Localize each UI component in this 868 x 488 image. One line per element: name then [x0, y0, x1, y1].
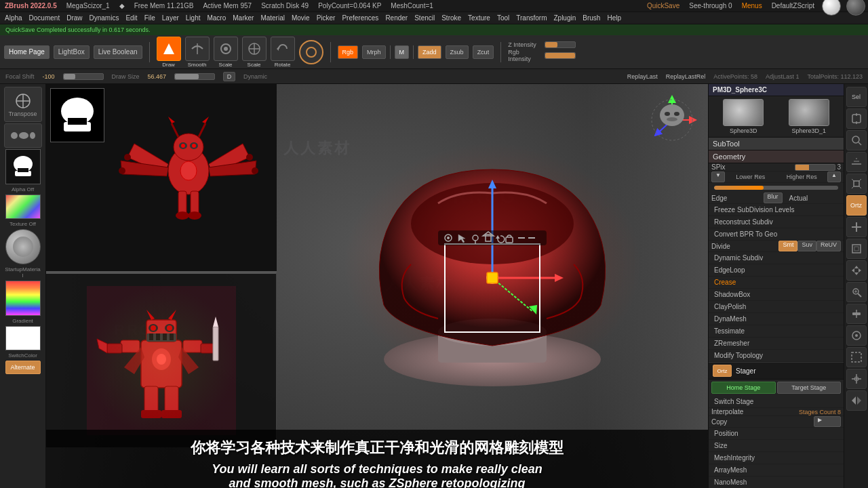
z-intensity-slider[interactable] — [545, 41, 576, 48]
zoom3d-icon[interactable] — [846, 282, 867, 302]
draw-size-slider[interactable] — [174, 73, 215, 80]
texture-thumb[interactable] — [5, 195, 41, 219]
crease-btn[interactable]: Crease — [709, 277, 844, 289]
replay-last[interactable]: ReplayLast — [627, 73, 658, 80]
color-gradient[interactable] — [5, 281, 41, 316]
nav-cube[interactable] — [642, 89, 703, 150]
home-stage-btn[interactable]: Home Stage — [711, 382, 776, 394]
symmetry-btn[interactable] — [299, 40, 323, 64]
menu-zplugin[interactable]: Zplugin — [551, 14, 578, 22]
scl-icon[interactable] — [846, 304, 867, 324]
suv-btn[interactable]: Suv — [797, 241, 816, 251]
lower-res-btn[interactable]: ▼ — [711, 171, 725, 182]
shadowbox-btn[interactable]: ShadowBox — [709, 289, 844, 301]
draw-curve-btn[interactable] — [185, 37, 210, 61]
dynamic-btn[interactable]: D — [223, 72, 235, 81]
focal-slider[interactable] — [63, 73, 104, 80]
draw-curve-group[interactable]: Smooth — [185, 37, 210, 68]
frame-icon[interactable] — [846, 239, 867, 259]
array-mesh-btn[interactable]: ArrayMesh — [709, 464, 844, 476]
menu-dynamics[interactable]: Dynamics — [87, 14, 121, 22]
menu-marker[interactable]: Marker — [231, 14, 256, 22]
ortz-icon[interactable]: Ortz — [846, 195, 867, 216]
menu-light[interactable]: Light — [184, 14, 203, 22]
menu-macro[interactable]: Macro — [205, 14, 228, 22]
alpha-preview[interactable] — [50, 88, 104, 142]
menu-alpha[interactable]: Alpha — [3, 14, 24, 22]
flip-icon[interactable] — [846, 390, 867, 411]
sphere3d-item[interactable]: Sphere3D — [711, 99, 776, 134]
edgeloop-btn[interactable]: EdgeLoop — [709, 264, 844, 277]
tessimate-btn[interactable]: Tessimate — [709, 325, 844, 338]
menu-stroke[interactable]: Stroke — [439, 14, 463, 22]
see-through[interactable]: See-through 0 — [687, 2, 734, 9]
material-preview[interactable] — [5, 229, 41, 264]
zcut-btn[interactable]: Zcut — [473, 45, 494, 59]
move-icon[interactable] — [846, 260, 867, 281]
menu-texture[interactable]: Texture — [466, 14, 492, 22]
sphere3d-1-item[interactable]: Sphere3D_1 — [777, 99, 842, 134]
higher-res-btn[interactable]: ▲ — [827, 171, 841, 182]
persp-icon[interactable] — [846, 174, 867, 194]
size-btn[interactable]: Size — [709, 440, 844, 452]
menus-btn[interactable]: Menus — [740, 2, 764, 9]
spix-slider[interactable] — [795, 164, 835, 171]
menu-material[interactable]: Material — [258, 14, 287, 22]
rctr-icon[interactable] — [846, 325, 867, 346]
menu-layer[interactable]: Layer — [160, 14, 181, 22]
rgb-btn[interactable]: Rgb — [338, 45, 359, 59]
dynamesh-btn[interactable]: DynaMesh — [709, 313, 844, 325]
menu-transform[interactable]: Transform — [514, 14, 549, 22]
abrst-icon[interactable] — [846, 217, 867, 237]
floor-icon[interactable] — [846, 152, 867, 172]
menu-brush[interactable]: Brush — [580, 14, 602, 22]
mrph-btn[interactable]: Mrph — [362, 45, 386, 59]
menu-mega[interactable]: MegaScizor_1 — [64, 2, 112, 9]
geometry-header[interactable]: Geometry — [709, 150, 844, 163]
tab-lightbox[interactable]: LightBox — [54, 45, 90, 59]
menu-draw[interactable]: Draw — [64, 14, 84, 22]
color-swatch[interactable] — [5, 326, 41, 350]
reuv-btn[interactable]: ReUV — [816, 241, 841, 251]
switch-stage-btn[interactable]: Switch Stage — [709, 396, 844, 408]
copy-btn[interactable]: ▶ — [814, 416, 841, 427]
m-btn[interactable]: M — [395, 45, 410, 59]
edit-btn[interactable] — [157, 37, 181, 61]
menu-picker[interactable]: Picker — [315, 14, 338, 22]
snap-btn[interactable] — [214, 37, 238, 61]
reconstruct-subdiv-btn[interactable]: Reconstruct Subdiv — [709, 216, 844, 228]
canvas-area[interactable]: RRCG 人人素材 RRCG 人人素材 人人素材 RRCG — [46, 84, 708, 488]
tab-live-boolean[interactable]: Live Boolean — [94, 45, 142, 59]
nano-mesh-btn[interactable]: NanoMesh — [709, 476, 844, 488]
zoom-icon[interactable] — [846, 130, 867, 150]
scale-btn[interactable] — [242, 37, 267, 61]
menu-edit[interactable]: Edit — [123, 14, 139, 22]
mesh-integrity-btn[interactable]: MeshIntegrity — [709, 452, 844, 464]
blur-btn[interactable]: Blur — [764, 192, 783, 203]
alpha-thumb[interactable] — [5, 149, 41, 184]
subtool-header[interactable]: SubTool — [709, 138, 844, 150]
alternate-btn[interactable]: Alternate — [5, 361, 41, 374]
smt-btn[interactable]: Smt — [778, 241, 797, 251]
menu-stencil[interactable]: Stencil — [412, 14, 437, 22]
default-script[interactable]: DefaultZScript — [770, 2, 816, 9]
claypolish-btn[interactable]: ClayPolish — [709, 301, 844, 313]
draw-btn-group[interactable]: Draw — [157, 37, 181, 68]
menu-preferences[interactable]: Preferences — [340, 14, 380, 22]
menu-document[interactable]: Document — [27, 14, 62, 22]
zsub-btn[interactable]: Zsub — [446, 45, 469, 59]
rgb-intensity-slider[interactable] — [545, 52, 576, 59]
rotate-btn[interactable] — [271, 37, 295, 61]
brush-tool[interactable] — [4, 123, 42, 148]
menu-movie[interactable]: Movie — [290, 14, 312, 22]
convert-bpr-btn[interactable]: Convert BPR To Geo — [709, 228, 844, 241]
freeze-subdiv-btn[interactable]: Freeze SubDivision Levels — [709, 204, 844, 216]
sel-icon[interactable]: Sel — [846, 87, 867, 107]
dynamic-subdiv-btn[interactable]: Dynamic Subdiv — [709, 252, 844, 264]
zadd-btn[interactable]: Zadd — [418, 45, 441, 59]
menu-help[interactable]: Help — [605, 14, 623, 22]
scroll-icon[interactable] — [846, 108, 867, 129]
tab-home-page[interactable]: Home Page — [4, 45, 50, 59]
quicksave-btn[interactable]: QuickSave — [645, 2, 682, 9]
target-stage-btn[interactable]: Target Stage — [777, 382, 842, 394]
